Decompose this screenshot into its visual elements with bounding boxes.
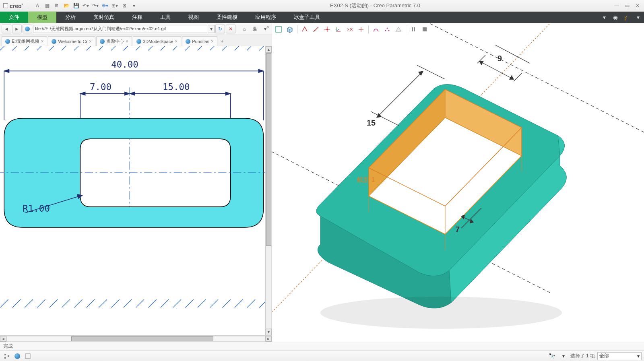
tree-icon[interactable] [2, 352, 11, 360]
svg-line-41 [235, 299, 243, 307]
filter-dropdown-icon[interactable]: ▾ [559, 352, 568, 360]
tab-close-icon[interactable]: × [126, 39, 128, 44]
svg-line-13 [161, 46, 169, 50]
svg-line-14 [173, 46, 181, 50]
browser-tab[interactable]: E:\无维网视频× [2, 36, 47, 46]
svg-line-35 [161, 299, 169, 307]
scroll-down-icon[interactable]: ▼ [266, 329, 272, 335]
svg-rect-105 [4, 357, 6, 359]
minimize-button[interactable]: — [612, 2, 621, 10]
drawing-viewport[interactable]: 40.00 7.00 15.00 [0, 46, 272, 335]
qat-close-icon[interactable]: ⊠ [120, 1, 129, 10]
qat-windows-icon[interactable]: ⊞▾ [110, 1, 119, 10]
scroll-left-icon[interactable]: ◄ [0, 336, 6, 342]
ribbon-learn-icon[interactable]: 🎓 [623, 14, 630, 21]
svg-line-10 [124, 46, 132, 50]
selection-count: 选择了 1 项 [570, 353, 595, 359]
scroll-right-icon[interactable]: ► [265, 336, 272, 342]
selection-filter-value: 全部 [599, 353, 609, 359]
svg-line-7 [87, 46, 95, 50]
browser-tabs: E:\无维网视频× Welcome to Cr× 资源中心× 3DModelSp… [0, 35, 272, 46]
svg-line-39 [210, 299, 218, 307]
browser-tab-label: Punditas [192, 39, 209, 44]
qat-regen-icon[interactable]: ❋▾ [101, 1, 109, 10]
qat-redo-icon[interactable]: ↷▾ [91, 1, 100, 10]
browser-tab[interactable]: Welcome to Cr× [48, 36, 95, 46]
svg-line-31 [111, 299, 119, 307]
svg-line-23 [12, 299, 21, 307]
svg-line-16 [198, 46, 206, 50]
svg-marker-46 [258, 69, 263, 72]
browser-stop-button[interactable]: ✕ [226, 25, 235, 33]
browser-tab[interactable]: 3DModelSpace× [133, 36, 181, 46]
ribbon-tab-simulate[interactable]: 实时仿真 [85, 12, 123, 23]
qat-save-icon[interactable]: 💾 [72, 1, 80, 10]
browser-homepage-button[interactable] [23, 25, 32, 33]
scroll-up-icon[interactable]: ▲ [266, 46, 272, 53]
ribbon-tab-tools[interactable]: 工具 [151, 12, 180, 23]
browser-tab-add[interactable]: + [218, 37, 226, 46]
selection-filter-dropdown[interactable]: 全部 ▾ [597, 352, 642, 360]
close-browser-icon[interactable]: × [266, 24, 269, 30]
ribbon-tab-analysis[interactable]: 分析 [56, 12, 85, 23]
browser-tab[interactable]: 资源中心× [96, 36, 132, 46]
bottom-bar: 🔭 ▾ 选择了 1 项 全部 ▾ [0, 351, 644, 361]
browser-home-icon[interactable]: ⌂ [239, 25, 249, 33]
browser-reload-button[interactable]: ↻ [215, 25, 225, 33]
ribbon-tab-icebox[interactable]: 冰盒子工具 [285, 12, 329, 23]
qat-more-icon[interactable]: ▾ [130, 1, 138, 10]
qat-select-icon[interactable]: ▦ [43, 1, 52, 10]
browser-back-button[interactable]: ◄ [2, 25, 11, 33]
svg-marker-50 [80, 92, 85, 95]
ribbon-tab-annotate[interactable]: 注释 [123, 12, 151, 23]
ribbon-settings-icon[interactable]: ▾ [634, 14, 642, 21]
svg-line-85 [479, 61, 514, 79]
browser-tab-label: E:\无维网视频 [12, 38, 39, 44]
ribbon-tab-model[interactable]: 模型 [28, 12, 56, 23]
qat-open-icon[interactable]: 📂 [62, 1, 71, 10]
svg-rect-107 [25, 354, 30, 359]
dim-a: 7.00 [90, 82, 111, 92]
ribbon-dropdown-icon[interactable]: ▾ [601, 14, 608, 21]
browser-print-icon[interactable]: 🖶 [250, 25, 260, 33]
ribbon-tab-flex[interactable]: 柔性建模 [208, 12, 246, 23]
tab-close-icon[interactable]: × [89, 39, 92, 44]
svg-rect-106 [8, 355, 9, 357]
tab-close-icon[interactable]: × [211, 39, 214, 44]
qat-text-style-icon[interactable]: A [33, 1, 42, 10]
svg-line-3 [37, 46, 45, 50]
h-scrollbar[interactable]: ◄ ► [0, 335, 272, 342]
v-scrollbar[interactable]: ▲ ▼ [265, 46, 272, 335]
window-title: EX02-S (活动的) - Creo Parametric 7.0 [138, 2, 612, 9]
maximize-button[interactable]: ▭ [622, 2, 632, 10]
browser-url-dropdown[interactable]: ▾ [208, 25, 215, 33]
selection-filter: 🔭 ▾ 选择了 1 项 全部 ▾ [548, 352, 642, 360]
browser-url-input[interactable] [33, 25, 207, 33]
window-icon[interactable] [23, 352, 32, 360]
main-area: × ◄ ► ▾ ↻ ✕ ⌂ 🖶 ▾ E:\无维网视频× Welcome to C… [0, 23, 644, 342]
qat-new-icon[interactable]: 🗎 [52, 1, 61, 10]
svg-point-103 [320, 297, 562, 329]
ribbon-user-icon[interactable]: ◉ [612, 14, 619, 21]
browser-tab[interactable]: Punditas× [182, 36, 217, 46]
find-icon[interactable]: 🔭 [548, 352, 557, 360]
ribbon-tab-view[interactable]: 视图 [180, 12, 208, 23]
globe-icon [136, 39, 141, 44]
qat-undo-icon[interactable]: ↶▾ [81, 1, 90, 10]
svg-line-25 [37, 299, 45, 307]
dim-r: R1.00 [23, 203, 50, 214]
section-label: 截面 1 [357, 176, 375, 183]
globe-icon [5, 39, 10, 44]
svg-line-4 [50, 46, 58, 50]
browser-forward-button[interactable]: ► [12, 25, 22, 33]
model-svg: 9 15 7 截面 1 [272, 23, 644, 342]
tab-close-icon[interactable]: × [41, 39, 43, 44]
ribbon-tab-file[interactable]: 文件 [0, 12, 28, 23]
tab-close-icon[interactable]: × [175, 39, 178, 44]
browser-toggle-icon[interactable] [13, 352, 22, 360]
svg-line-22 [0, 299, 8, 307]
ribbon-tab-apps[interactable]: 应用程序 [246, 12, 285, 23]
close-window-button[interactable]: ✕ [633, 2, 642, 10]
svg-line-8 [99, 46, 107, 50]
model-viewport[interactable]: ×✕ [272, 23, 644, 342]
